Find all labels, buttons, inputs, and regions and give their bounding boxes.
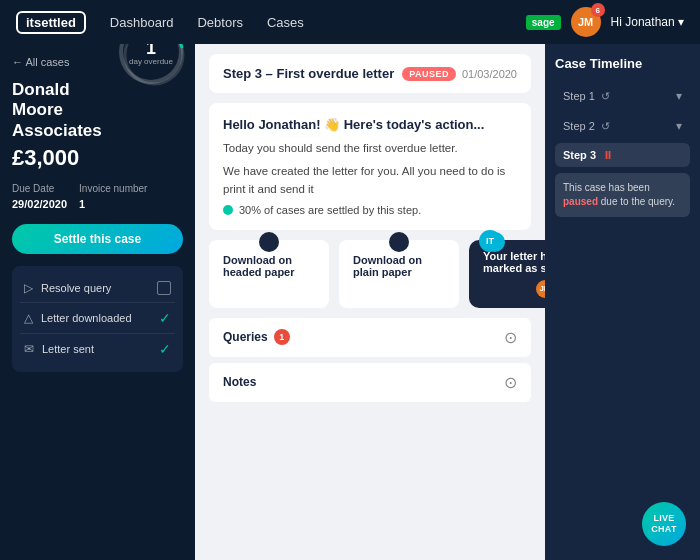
- nav-cases[interactable]: Cases: [267, 15, 304, 30]
- checklist-label-0: Resolve query: [41, 282, 111, 294]
- bubble-date-avatar: JM: [536, 280, 545, 298]
- mail-icon: ✉: [24, 342, 34, 356]
- timeline-step-1[interactable]: Step 1 ↺ ▾: [555, 83, 690, 109]
- download-headed-label: Download onheaded paper: [223, 254, 295, 278]
- step-title: Step 3 – First overdue letter PAUSED: [223, 66, 456, 81]
- checklist: ▷ Resolve query △ Letter downloaded ✓ ✉ …: [12, 266, 183, 372]
- step1-refresh-icon: ↺: [601, 90, 610, 103]
- checklist-item-1: △ Letter downloaded ✓: [20, 303, 175, 334]
- checklist-label-1: Letter downloaded: [41, 312, 132, 324]
- queries-label: Queries 1: [223, 329, 290, 345]
- sage-logo: sage: [526, 15, 561, 30]
- action-box: Hello Jonathan! 👋 Here's today's action.…: [209, 103, 531, 230]
- check-empty-0: [157, 281, 171, 295]
- timeline-step-2[interactable]: Step 2 ↺ ▾: [555, 113, 690, 139]
- action-stat: 30% of cases are settled by this step.: [223, 204, 517, 216]
- stat-dot: [223, 205, 233, 215]
- download-plain-label: Download onplain paper: [353, 254, 422, 278]
- amount: £3,000: [12, 145, 119, 171]
- sent-message: Your letter has beenmarked as sent.: [483, 250, 545, 274]
- step2-refresh-icon: ↺: [601, 120, 610, 133]
- client-name: Donald Moore Associates: [12, 80, 119, 141]
- download-row: Download onheaded paper Download onplain…: [209, 240, 531, 308]
- step-header: Step 3 – First overdue letter PAUSED 01/…: [209, 54, 531, 93]
- avatar-badge: 6: [591, 3, 605, 17]
- step1-label: Step 1 ↺: [563, 90, 610, 103]
- case-meta: Due Date 29/02/2020 Invoice number 1: [12, 183, 183, 212]
- nav-links: Dashboard Debtors Cases: [110, 15, 526, 30]
- notes-row[interactable]: Notes ⊙: [209, 363, 531, 402]
- sent-bubble: IT Your letter has beenmarked as sent. J…: [469, 240, 545, 308]
- step2-label: Step 2 ↺: [563, 120, 610, 133]
- notes-label: Notes: [223, 375, 256, 389]
- step1-chevron-icon: ▾: [676, 89, 682, 103]
- nav-right: sage JM 6 Hi Jonathan ▾: [526, 7, 684, 37]
- settle-button[interactable]: Settle this case: [12, 224, 183, 254]
- queries-row[interactable]: Queries 1 ⊙: [209, 318, 531, 357]
- center-panel: Step 3 – First overdue letter PAUSED 01/…: [195, 44, 545, 560]
- download-icon: △: [24, 311, 33, 325]
- topnav: itsettled Dashboard Debtors Cases sage J…: [0, 0, 700, 44]
- query-badge: 1: [274, 329, 290, 345]
- right-panel: Case Timeline Step 1 ↺ ▾ Step 2 ↺ ▾ Step…: [545, 44, 700, 560]
- invoice-block: Invoice number 1: [79, 183, 147, 212]
- checklist-item-2: ✉ Letter sent ✓: [20, 334, 175, 364]
- download-headed-btn[interactable]: Download onheaded paper: [209, 240, 329, 308]
- step3-pause-icon: ⏸: [602, 149, 613, 161]
- timeline-title: Case Timeline: [555, 56, 690, 71]
- check-icon-1: ✓: [159, 310, 171, 326]
- notes-expand-icon: ⊙: [504, 373, 517, 392]
- step-date: 01/03/2020: [462, 68, 517, 80]
- paused-info: This case has been paused due to the que…: [555, 173, 690, 217]
- nav-debtors[interactable]: Debtors: [197, 15, 243, 30]
- queries-expand-icon: ⊙: [504, 328, 517, 347]
- step3-label: Step 3 ⏸: [563, 149, 613, 161]
- check-icon-2: ✓: [159, 341, 171, 357]
- avatar[interactable]: JM 6: [571, 7, 601, 37]
- live-chat-button[interactable]: LIVECHAT: [642, 502, 686, 546]
- download-plain-btn[interactable]: Download onplain paper: [339, 240, 459, 308]
- play-icon: ▷: [24, 281, 33, 295]
- action-greeting: Hello Jonathan! 👋 Here's today's action.…: [223, 117, 517, 132]
- nav-dashboard[interactable]: Dashboard: [110, 15, 174, 30]
- bubble-avatar: IT: [479, 230, 501, 252]
- action-text-1: Today you should send the first overdue …: [223, 140, 517, 157]
- timeline-step-3[interactable]: Step 3 ⏸: [555, 143, 690, 167]
- checklist-label-2: Letter sent: [42, 343, 94, 355]
- main-container: ← All cases Donald Moore Associates £3,0…: [0, 44, 700, 560]
- logo: itsettled: [16, 11, 86, 34]
- left-panel: ← All cases Donald Moore Associates £3,0…: [0, 44, 195, 560]
- checklist-item-0: ▷ Resolve query: [20, 274, 175, 303]
- step2-chevron-icon: ▾: [676, 119, 682, 133]
- action-text-2: We have created the letter for you. All …: [223, 163, 517, 198]
- bubble-date: JM 01/03/2020: [483, 280, 545, 298]
- paused-word: paused: [563, 196, 598, 207]
- paused-badge: PAUSED: [402, 67, 456, 81]
- due-date-block: Due Date 29/02/2020: [12, 183, 67, 212]
- user-greeting[interactable]: Hi Jonathan ▾: [611, 15, 684, 29]
